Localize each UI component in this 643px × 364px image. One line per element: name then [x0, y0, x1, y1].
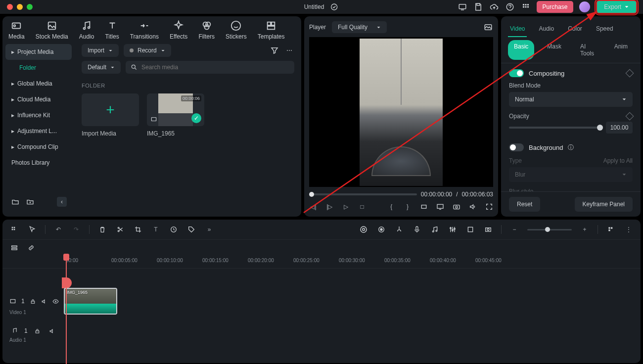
- opacity-slider[interactable]: [509, 127, 600, 129]
- cloud-sync-icon[interactable]: [329, 2, 339, 12]
- reset-button[interactable]: Reset: [509, 197, 540, 212]
- search-media[interactable]: [126, 61, 294, 74]
- timeline-ruler[interactable]: 00:00 00:00:05:00 00:00:10:00 00:00:15:0…: [2, 256, 641, 269]
- tab-transitions[interactable]: Transitions: [130, 20, 159, 40]
- tab-stock-media[interactable]: Stock Media: [36, 20, 68, 40]
- volume-icon[interactable]: [468, 202, 477, 212]
- playhead[interactable]: [66, 256, 67, 364]
- marker-icon[interactable]: [394, 225, 404, 234]
- screen-icon[interactable]: [458, 2, 467, 12]
- mic-icon[interactable]: [412, 225, 422, 234]
- save-icon[interactable]: [473, 2, 483, 12]
- tab-stickers[interactable]: Stickers: [226, 20, 247, 40]
- keyframe-diamond-icon[interactable]: [626, 112, 634, 121]
- inspector-tab-speed[interactable]: Speed: [594, 21, 615, 37]
- import-media-tile[interactable]: + Import Media: [82, 93, 139, 137]
- mark-in-icon[interactable]: {: [387, 202, 396, 212]
- lock-icon[interactable]: [30, 296, 36, 306]
- media-clip[interactable]: 00:00:06 ✓ IMG_1965: [147, 93, 204, 137]
- track-options-icon[interactable]: [606, 225, 616, 234]
- tab-templates[interactable]: Templates: [258, 20, 285, 40]
- undo-icon[interactable]: ↶: [53, 225, 63, 234]
- color-tag-icon[interactable]: [186, 225, 196, 234]
- tab-titles[interactable]: Titles: [105, 20, 119, 40]
- stop-icon[interactable]: □: [358, 202, 367, 212]
- collapse-sidebar-icon[interactable]: ‹: [57, 197, 67, 207]
- timeline-more-icon[interactable]: ⋮: [624, 225, 634, 234]
- sidebar-adjustment-layer[interactable]: ▸ Adjustment L...: [5, 123, 72, 139]
- speed-icon[interactable]: [169, 225, 179, 234]
- sidebar-photos-library[interactable]: Photos Library: [5, 155, 72, 171]
- blend-mode-select[interactable]: Normal: [509, 92, 633, 107]
- snapshot-icon[interactable]: [452, 202, 460, 212]
- apps-icon[interactable]: [521, 2, 531, 12]
- lock-icon[interactable]: [33, 326, 43, 336]
- crop-icon[interactable]: [133, 225, 143, 234]
- timeline-clip[interactable]: IMG_1965: [64, 288, 117, 315]
- ai-icon[interactable]: [359, 225, 368, 234]
- mute-icon[interactable]: [41, 296, 47, 306]
- sort-default[interactable]: Default: [82, 61, 121, 74]
- zoom-out-icon[interactable]: −: [509, 225, 519, 234]
- scrubber[interactable]: [309, 193, 417, 195]
- text-icon[interactable]: T: [151, 225, 161, 234]
- snapshot2-icon[interactable]: [483, 225, 493, 234]
- timeline-tracks[interactable]: 1 IMG_1965 Video 1 1 Audio 1: [2, 269, 641, 363]
- close-window[interactable]: [7, 4, 13, 10]
- mark-out-icon[interactable]: }: [404, 202, 412, 212]
- subtab-animation[interactable]: Anim: [608, 40, 634, 60]
- preview-canvas[interactable]: [309, 37, 493, 187]
- new-bin-icon[interactable]: [25, 197, 35, 207]
- fullscreen-icon[interactable]: [485, 202, 493, 212]
- display-icon[interactable]: [436, 202, 444, 212]
- sidebar-cloud-media[interactable]: ▸ Cloud Media: [5, 91, 72, 107]
- purchase-button[interactable]: Purchase: [537, 1, 574, 13]
- record-vo-icon[interactable]: [376, 225, 386, 234]
- info-icon[interactable]: ⓘ: [566, 142, 576, 152]
- record-button[interactable]: Record: [124, 44, 171, 57]
- mixer-icon[interactable]: [448, 225, 458, 234]
- split-icon[interactable]: [115, 225, 125, 234]
- import-button[interactable]: Import: [82, 44, 119, 57]
- more-icon[interactable]: ⋯: [284, 46, 294, 55]
- apply-to-all-button[interactable]: Apply to All: [603, 157, 633, 164]
- minimize-window[interactable]: [17, 4, 23, 10]
- redo-icon[interactable]: ↷: [71, 225, 81, 234]
- zoom-slider[interactable]: [527, 229, 572, 230]
- sidebar-project-media[interactable]: ▸ Project Media: [5, 44, 72, 60]
- keyframe-diamond-icon[interactable]: [626, 69, 634, 78]
- render-icon[interactable]: [465, 225, 475, 234]
- eye-icon[interactable]: [52, 296, 59, 306]
- zoom-window[interactable]: [27, 4, 33, 10]
- compositing-toggle[interactable]: [509, 69, 524, 77]
- sidebar-folder[interactable]: Folder: [5, 60, 72, 76]
- quality-select[interactable]: Full Quality: [332, 21, 387, 33]
- background-toggle[interactable]: [509, 143, 524, 151]
- track-view-icon[interactable]: [9, 243, 19, 253]
- sidebar-compound-clip[interactable]: ▸ Compound Clip: [5, 139, 72, 155]
- new-folder-icon[interactable]: [10, 197, 20, 207]
- zoom-in-icon[interactable]: +: [580, 225, 590, 234]
- keyframe-panel-button[interactable]: Keyframe Panel: [575, 197, 633, 212]
- prev-frame-icon[interactable]: ◁|: [309, 202, 318, 212]
- export-button[interactable]: Export: [596, 0, 637, 14]
- mute-icon[interactable]: [47, 326, 57, 336]
- compare-icon[interactable]: [483, 22, 493, 32]
- play-icon[interactable]: ▷: [342, 202, 350, 212]
- pointer-icon[interactable]: [27, 225, 37, 234]
- subtab-basic[interactable]: Basic: [508, 40, 534, 60]
- opacity-value[interactable]: 100.00: [606, 122, 633, 134]
- delete-icon[interactable]: [97, 225, 107, 234]
- audio-track[interactable]: 1 Audio 1: [2, 320, 641, 342]
- grid-icon[interactable]: [9, 225, 19, 234]
- type-select[interactable]: Blur: [509, 167, 633, 182]
- upload-cloud-icon[interactable]: [489, 2, 499, 12]
- video-track[interactable]: 1 IMG_1965 Video 1: [2, 286, 641, 316]
- subtab-ai-tools[interactable]: AI Tools: [574, 40, 601, 60]
- tab-filters[interactable]: Filters: [198, 20, 215, 40]
- step-back-icon[interactable]: |▷: [325, 202, 334, 212]
- more-tools-icon[interactable]: »: [204, 225, 214, 234]
- loop-icon[interactable]: [420, 202, 428, 212]
- inspector-tab-audio[interactable]: Audio: [537, 21, 556, 37]
- sidebar-influence-kit[interactable]: ▸ Influence Kit: [5, 107, 72, 123]
